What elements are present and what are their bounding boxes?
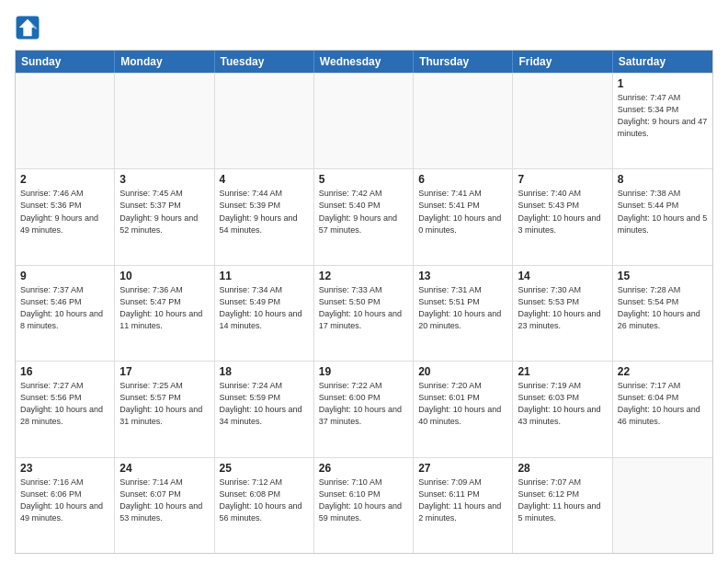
day-cell-23: 23Sunrise: 7:16 AM Sunset: 6:06 PM Dayli… [16,458,115,553]
day-info: Sunrise: 7:46 AM Sunset: 5:36 PM Dayligh… [20,188,109,236]
day-cell-2: 2Sunrise: 7:46 AM Sunset: 5:36 PM Daylig… [16,169,115,264]
day-cell-20: 20Sunrise: 7:20 AM Sunset: 6:01 PM Dayli… [414,362,513,456]
col-header-friday: Friday [513,51,612,73]
day-number: 28 [518,462,607,475]
day-cell-21: 21Sunrise: 7:19 AM Sunset: 6:03 PM Dayli… [513,362,612,456]
calendar-body: 1Sunrise: 7:47 AM Sunset: 5:34 PM Daylig… [16,73,712,553]
empty-cell [215,74,314,168]
day-info: Sunrise: 7:36 AM Sunset: 5:47 PM Dayligh… [119,284,209,332]
day-info: Sunrise: 7:22 AM Sunset: 6:00 PM Dayligh… [319,380,408,428]
col-header-saturday: Saturday [613,51,712,73]
empty-cell [16,74,115,168]
day-cell-1: 1Sunrise: 7:47 AM Sunset: 5:34 PM Daylig… [613,74,712,168]
day-cell-15: 15Sunrise: 7:28 AM Sunset: 5:54 PM Dayli… [613,266,712,361]
day-info: Sunrise: 7:37 AM Sunset: 5:46 PM Dayligh… [20,284,109,332]
day-number: 7 [518,173,607,186]
day-info: Sunrise: 7:34 AM Sunset: 5:49 PM Dayligh… [220,284,309,332]
day-cell-19: 19Sunrise: 7:22 AM Sunset: 6:00 PM Dayli… [314,362,414,456]
day-info: Sunrise: 7:12 AM Sunset: 6:08 PM Dayligh… [220,477,309,524]
day-number: 14 [518,270,607,282]
day-info: Sunrise: 7:27 AM Sunset: 5:56 PM Dayligh… [20,380,109,428]
header [15,15,713,40]
day-number: 19 [319,365,408,378]
day-cell-4: 4Sunrise: 7:44 AM Sunset: 5:39 PM Daylig… [215,169,314,264]
day-info: Sunrise: 7:33 AM Sunset: 5:50 PM Dayligh… [319,284,408,332]
day-info: Sunrise: 7:20 AM Sunset: 6:01 PM Dayligh… [418,380,507,428]
cal-row-3: 16Sunrise: 7:27 AM Sunset: 5:56 PM Dayli… [16,361,712,456]
day-number: 23 [20,462,109,475]
day-cell-25: 25Sunrise: 7:12 AM Sunset: 6:08 PM Dayli… [215,458,314,553]
day-info: Sunrise: 7:24 AM Sunset: 5:59 PM Dayligh… [220,380,309,428]
day-cell-10: 10Sunrise: 7:36 AM Sunset: 5:47 PM Dayli… [115,266,214,361]
day-number: 18 [220,365,309,378]
day-cell-26: 26Sunrise: 7:10 AM Sunset: 6:10 PM Dayli… [314,458,414,553]
day-cell-6: 6Sunrise: 7:41 AM Sunset: 5:41 PM Daylig… [414,169,513,264]
day-number: 26 [319,462,408,475]
day-cell-13: 13Sunrise: 7:31 AM Sunset: 5:51 PM Dayli… [414,266,513,361]
day-number: 16 [20,365,109,378]
logo [15,15,44,40]
day-number: 27 [418,462,507,475]
day-number: 3 [119,173,209,186]
day-cell-22: 22Sunrise: 7:17 AM Sunset: 6:04 PM Dayli… [613,362,712,456]
col-header-thursday: Thursday [414,51,513,73]
day-number: 4 [220,173,309,186]
day-info: Sunrise: 7:07 AM Sunset: 6:12 PM Dayligh… [518,477,607,524]
day-cell-7: 7Sunrise: 7:40 AM Sunset: 5:43 PM Daylig… [513,169,612,264]
day-info: Sunrise: 7:40 AM Sunset: 5:43 PM Dayligh… [518,188,607,236]
day-cell-14: 14Sunrise: 7:30 AM Sunset: 5:53 PM Dayli… [513,266,612,361]
day-number: 15 [618,270,708,282]
day-number: 13 [418,270,507,282]
day-cell-11: 11Sunrise: 7:34 AM Sunset: 5:49 PM Dayli… [215,266,314,361]
day-info: Sunrise: 7:16 AM Sunset: 6:06 PM Dayligh… [20,477,109,524]
day-number: 9 [20,270,109,282]
day-info: Sunrise: 7:17 AM Sunset: 6:04 PM Dayligh… [618,380,708,428]
col-header-monday: Monday [115,51,214,73]
day-number: 5 [319,173,408,186]
empty-cell [613,458,712,553]
day-cell-8: 8Sunrise: 7:38 AM Sunset: 5:44 PM Daylig… [613,169,712,264]
day-cell-24: 24Sunrise: 7:14 AM Sunset: 6:07 PM Dayli… [115,458,214,553]
day-number: 11 [220,270,309,282]
empty-cell [513,74,612,168]
day-info: Sunrise: 7:38 AM Sunset: 5:44 PM Dayligh… [618,188,708,236]
day-info: Sunrise: 7:41 AM Sunset: 5:41 PM Dayligh… [418,188,507,236]
calendar: SundayMondayTuesdayWednesdayThursdayFrid… [15,50,713,554]
day-info: Sunrise: 7:25 AM Sunset: 5:57 PM Dayligh… [119,380,209,428]
day-cell-27: 27Sunrise: 7:09 AM Sunset: 6:11 PM Dayli… [414,458,513,553]
day-info: Sunrise: 7:47 AM Sunset: 5:34 PM Dayligh… [618,92,708,140]
day-cell-18: 18Sunrise: 7:24 AM Sunset: 5:59 PM Dayli… [215,362,314,456]
day-number: 22 [618,365,708,378]
col-header-sunday: Sunday [16,51,115,73]
cal-row-0: 1Sunrise: 7:47 AM Sunset: 5:34 PM Daylig… [16,73,712,168]
logo-icon [15,15,40,40]
col-header-wednesday: Wednesday [314,51,414,73]
day-info: Sunrise: 7:10 AM Sunset: 6:10 PM Dayligh… [319,477,408,524]
day-info: Sunrise: 7:45 AM Sunset: 5:37 PM Dayligh… [119,188,209,236]
day-cell-9: 9Sunrise: 7:37 AM Sunset: 5:46 PM Daylig… [16,266,115,361]
day-number: 25 [220,462,309,475]
day-number: 12 [319,270,408,282]
day-info: Sunrise: 7:44 AM Sunset: 5:39 PM Dayligh… [220,188,309,236]
day-number: 20 [418,365,507,378]
day-cell-12: 12Sunrise: 7:33 AM Sunset: 5:50 PM Dayli… [314,266,414,361]
cal-row-1: 2Sunrise: 7:46 AM Sunset: 5:36 PM Daylig… [16,168,712,264]
day-number: 21 [518,365,607,378]
day-info: Sunrise: 7:09 AM Sunset: 6:11 PM Dayligh… [418,477,507,524]
calendar-header: SundayMondayTuesdayWednesdayThursdayFrid… [16,51,712,73]
day-info: Sunrise: 7:30 AM Sunset: 5:53 PM Dayligh… [518,284,607,332]
day-info: Sunrise: 7:42 AM Sunset: 5:40 PM Dayligh… [319,188,408,236]
page: SundayMondayTuesdayWednesdayThursdayFrid… [0,0,728,563]
day-number: 8 [618,173,708,186]
empty-cell [414,74,513,168]
day-number: 6 [418,173,507,186]
day-number: 17 [119,365,209,378]
day-info: Sunrise: 7:31 AM Sunset: 5:51 PM Dayligh… [418,284,507,332]
day-cell-16: 16Sunrise: 7:27 AM Sunset: 5:56 PM Dayli… [16,362,115,456]
day-cell-17: 17Sunrise: 7:25 AM Sunset: 5:57 PM Dayli… [115,362,214,456]
cal-row-4: 23Sunrise: 7:16 AM Sunset: 6:06 PM Dayli… [16,457,712,553]
day-cell-3: 3Sunrise: 7:45 AM Sunset: 5:37 PM Daylig… [115,169,214,264]
empty-cell [314,74,414,168]
day-cell-5: 5Sunrise: 7:42 AM Sunset: 5:40 PM Daylig… [314,169,414,264]
day-number: 2 [20,173,109,186]
